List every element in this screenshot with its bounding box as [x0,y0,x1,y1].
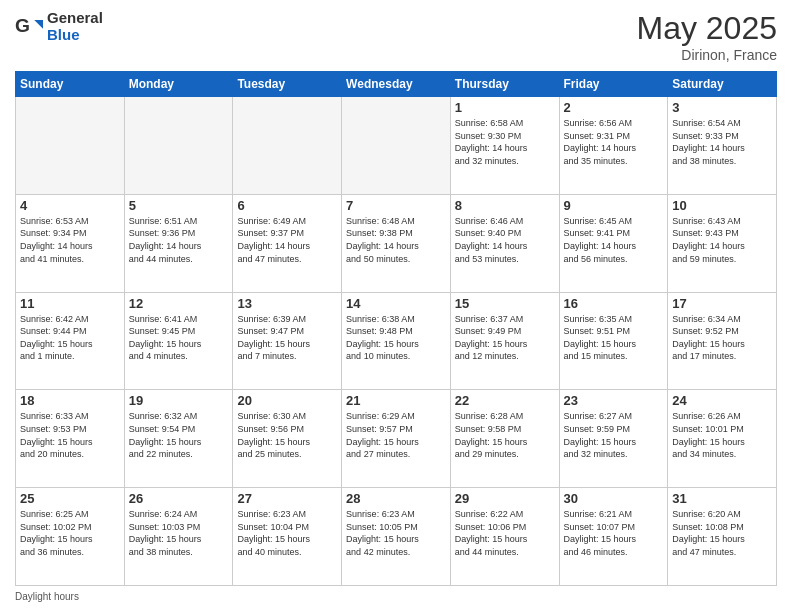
calendar-cell: 28Sunrise: 6:23 AMSunset: 10:05 PMDaylig… [342,488,451,586]
day-header-wednesday: Wednesday [342,72,451,97]
logo-text: General Blue [47,10,103,43]
calendar-cell [342,97,451,195]
day-info: Sunrise: 6:23 AMSunset: 10:04 PMDaylight… [237,508,337,558]
calendar-cell: 21Sunrise: 6:29 AMSunset: 9:57 PMDayligh… [342,390,451,488]
week-row-0: 1Sunrise: 6:58 AMSunset: 9:30 PMDaylight… [16,97,777,195]
calendar-cell: 27Sunrise: 6:23 AMSunset: 10:04 PMDaylig… [233,488,342,586]
day-number: 29 [455,491,555,506]
calendar-cell: 7Sunrise: 6:48 AMSunset: 9:38 PMDaylight… [342,194,451,292]
day-number: 6 [237,198,337,213]
day-header-friday: Friday [559,72,668,97]
day-number: 2 [564,100,664,115]
day-number: 8 [455,198,555,213]
day-number: 1 [455,100,555,115]
week-row-3: 18Sunrise: 6:33 AMSunset: 9:53 PMDayligh… [16,390,777,488]
day-info: Sunrise: 6:54 AMSunset: 9:33 PMDaylight:… [672,117,772,167]
calendar-cell: 12Sunrise: 6:41 AMSunset: 9:45 PMDayligh… [124,292,233,390]
day-info: Sunrise: 6:41 AMSunset: 9:45 PMDaylight:… [129,313,229,363]
day-info: Sunrise: 6:58 AMSunset: 9:30 PMDaylight:… [455,117,555,167]
day-info: Sunrise: 6:21 AMSunset: 10:07 PMDaylight… [564,508,664,558]
day-info: Sunrise: 6:38 AMSunset: 9:48 PMDaylight:… [346,313,446,363]
footer: Daylight hours [15,591,777,602]
day-info: Sunrise: 6:28 AMSunset: 9:58 PMDaylight:… [455,410,555,460]
day-number: 30 [564,491,664,506]
day-number: 22 [455,393,555,408]
day-header-thursday: Thursday [450,72,559,97]
day-header-sunday: Sunday [16,72,125,97]
calendar-cell: 15Sunrise: 6:37 AMSunset: 9:49 PMDayligh… [450,292,559,390]
day-number: 11 [20,296,120,311]
day-info: Sunrise: 6:45 AMSunset: 9:41 PMDaylight:… [564,215,664,265]
calendar-cell: 31Sunrise: 6:20 AMSunset: 10:08 PMDaylig… [668,488,777,586]
day-number: 25 [20,491,120,506]
calendar-cell: 2Sunrise: 6:56 AMSunset: 9:31 PMDaylight… [559,97,668,195]
day-number: 31 [672,491,772,506]
logo-general: General [47,10,103,27]
day-info: Sunrise: 6:42 AMSunset: 9:44 PMDaylight:… [20,313,120,363]
day-info: Sunrise: 6:43 AMSunset: 9:43 PMDaylight:… [672,215,772,265]
calendar-cell: 13Sunrise: 6:39 AMSunset: 9:47 PMDayligh… [233,292,342,390]
day-number: 15 [455,296,555,311]
day-number: 5 [129,198,229,213]
calendar-cell: 16Sunrise: 6:35 AMSunset: 9:51 PMDayligh… [559,292,668,390]
calendar-cell: 25Sunrise: 6:25 AMSunset: 10:02 PMDaylig… [16,488,125,586]
calendar-cell: 22Sunrise: 6:28 AMSunset: 9:58 PMDayligh… [450,390,559,488]
day-number: 27 [237,491,337,506]
day-number: 18 [20,393,120,408]
day-info: Sunrise: 6:34 AMSunset: 9:52 PMDaylight:… [672,313,772,363]
calendar-cell: 9Sunrise: 6:45 AMSunset: 9:41 PMDaylight… [559,194,668,292]
calendar-cell [16,97,125,195]
day-info: Sunrise: 6:48 AMSunset: 9:38 PMDaylight:… [346,215,446,265]
day-info: Sunrise: 6:25 AMSunset: 10:02 PMDaylight… [20,508,120,558]
day-number: 13 [237,296,337,311]
calendar-cell: 5Sunrise: 6:51 AMSunset: 9:36 PMDaylight… [124,194,233,292]
day-number: 28 [346,491,446,506]
logo-blue: Blue [47,27,103,44]
calendar-cell: 29Sunrise: 6:22 AMSunset: 10:06 PMDaylig… [450,488,559,586]
day-header-saturday: Saturday [668,72,777,97]
day-number: 3 [672,100,772,115]
location: Dirinon, France [636,47,777,63]
day-header-tuesday: Tuesday [233,72,342,97]
day-info: Sunrise: 6:51 AMSunset: 9:36 PMDaylight:… [129,215,229,265]
day-info: Sunrise: 6:22 AMSunset: 10:06 PMDaylight… [455,508,555,558]
calendar-cell: 8Sunrise: 6:46 AMSunset: 9:40 PMDaylight… [450,194,559,292]
calendar-cell [124,97,233,195]
logo-icon: G [15,13,43,41]
week-row-2: 11Sunrise: 6:42 AMSunset: 9:44 PMDayligh… [16,292,777,390]
week-row-4: 25Sunrise: 6:25 AMSunset: 10:02 PMDaylig… [16,488,777,586]
header: G General Blue May 2025 Dirinon, France [15,10,777,63]
day-info: Sunrise: 6:39 AMSunset: 9:47 PMDaylight:… [237,313,337,363]
day-info: Sunrise: 6:30 AMSunset: 9:56 PMDaylight:… [237,410,337,460]
day-number: 14 [346,296,446,311]
day-header-monday: Monday [124,72,233,97]
day-info: Sunrise: 6:37 AMSunset: 9:49 PMDaylight:… [455,313,555,363]
day-info: Sunrise: 6:20 AMSunset: 10:08 PMDaylight… [672,508,772,558]
day-info: Sunrise: 6:23 AMSunset: 10:05 PMDaylight… [346,508,446,558]
day-info: Sunrise: 6:26 AMSunset: 10:01 PMDaylight… [672,410,772,460]
day-number: 24 [672,393,772,408]
day-info: Sunrise: 6:49 AMSunset: 9:37 PMDaylight:… [237,215,337,265]
calendar-cell: 17Sunrise: 6:34 AMSunset: 9:52 PMDayligh… [668,292,777,390]
day-info: Sunrise: 6:29 AMSunset: 9:57 PMDaylight:… [346,410,446,460]
calendar-cell: 4Sunrise: 6:53 AMSunset: 9:34 PMDaylight… [16,194,125,292]
calendar-table: SundayMondayTuesdayWednesdayThursdayFrid… [15,71,777,586]
calendar-cell: 26Sunrise: 6:24 AMSunset: 10:03 PMDaylig… [124,488,233,586]
day-number: 16 [564,296,664,311]
day-info: Sunrise: 6:35 AMSunset: 9:51 PMDaylight:… [564,313,664,363]
day-info: Sunrise: 6:33 AMSunset: 9:53 PMDaylight:… [20,410,120,460]
calendar-cell: 11Sunrise: 6:42 AMSunset: 9:44 PMDayligh… [16,292,125,390]
svg-text:G: G [15,15,30,36]
calendar-cell: 1Sunrise: 6:58 AMSunset: 9:30 PMDaylight… [450,97,559,195]
day-number: 4 [20,198,120,213]
day-number: 23 [564,393,664,408]
day-number: 26 [129,491,229,506]
day-info: Sunrise: 6:56 AMSunset: 9:31 PMDaylight:… [564,117,664,167]
calendar-cell: 23Sunrise: 6:27 AMSunset: 9:59 PMDayligh… [559,390,668,488]
day-number: 17 [672,296,772,311]
calendar-cell: 3Sunrise: 6:54 AMSunset: 9:33 PMDaylight… [668,97,777,195]
day-number: 20 [237,393,337,408]
day-info: Sunrise: 6:27 AMSunset: 9:59 PMDaylight:… [564,410,664,460]
day-number: 10 [672,198,772,213]
day-info: Sunrise: 6:46 AMSunset: 9:40 PMDaylight:… [455,215,555,265]
